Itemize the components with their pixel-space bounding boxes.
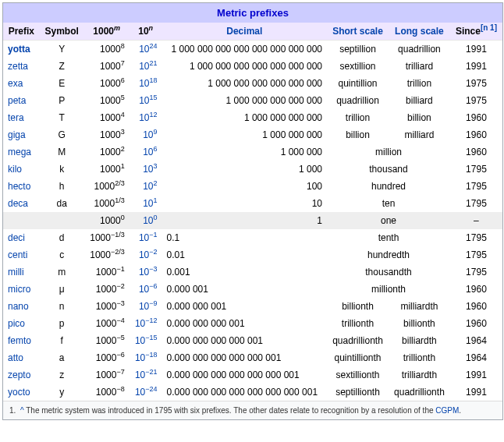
col-long-scale[interactable]: Long scale [389,23,450,41]
power-10-cell[interactable]: 10−24 [130,384,162,401]
prefix-link[interactable]: giga [8,129,26,140]
symbol-cell: E [40,75,84,92]
long-scale-cell: milliard [389,126,450,143]
decimal-cell: 1 000 000 000 000 [162,109,328,126]
power-10-cell[interactable]: 100 [130,212,162,229]
power-10-cell[interactable]: 103 [130,161,162,178]
power-10-cell[interactable]: 1015 [130,92,162,109]
long-scale-cell: billionth [389,315,450,332]
power-10-cell[interactable]: 1021 [130,58,162,75]
scale-merged-cell: tenth [327,229,450,246]
power-10-cell[interactable]: 10−21 [130,366,162,384]
power-10-cell[interactable]: 10−9 [130,298,162,315]
short-scale-cell: trillionth [327,315,389,332]
prefix-link[interactable]: yotta [8,44,30,55]
prefix-link[interactable]: deci [8,232,25,243]
prefix-link[interactable]: atto [8,352,23,363]
power-10-cell[interactable]: 10−3 [130,263,162,281]
prefix-link[interactable]: tera [8,112,24,123]
long-scale-cell: trilliardth [389,366,450,384]
prefix-link[interactable]: deca [8,198,28,209]
power-10-cell[interactable]: 10−12 [130,315,162,332]
long-scale-cell: quadrillionth [389,384,450,401]
decimal-cell: 0.000 000 000 000 001 [162,332,328,349]
since-cell: 1960 [450,281,502,298]
prefix-link[interactable]: pico [8,318,25,329]
symbol-cell: c [40,246,84,263]
col-symbol: Symbol [40,23,84,41]
table-row: petaP1000510151 000 000 000 000 000quadr… [3,92,502,109]
since-footnote-ref[interactable]: [n 1] [481,23,497,32]
power-10-cell[interactable]: 1018 [130,75,162,92]
power-10-cell[interactable]: 10−18 [130,349,162,366]
power-1000-cell: 10002 [84,143,130,161]
power-10-cell[interactable]: 10−6 [130,281,162,298]
table-row: gigaG100031091 000 000 000billionmilliar… [3,126,502,143]
scale-merged-cell: million [327,143,450,161]
power-1000-cell: 1000−4 [84,315,130,332]
scale-merged-cell: hundredth [327,246,450,263]
short-scale-cell: sextillionth [327,366,389,384]
col-10n: 10n [130,23,162,41]
table-row: hectoh10002/3102100hundred1795 [3,178,502,195]
symbol-cell: Z [40,58,84,75]
prefix-link[interactable]: zepto [8,370,30,380]
decimal-cell: 1 000 [162,161,328,178]
scale-merged-cell: thousand [327,161,450,178]
table-row: teraT1000410121 000 000 000 000trillionb… [3,109,502,126]
short-scale-cell: septillion [327,41,389,58]
prefix-link[interactable]: milli [8,267,24,278]
power-10-cell[interactable]: 102 [130,178,162,195]
power-10-cell[interactable]: 10−2 [130,246,162,263]
table-row: yoctoy1000−810−240.000 000 000 000 000 0… [3,384,502,401]
decimal-cell: 0.000 000 001 [162,298,328,315]
since-cell: 1975 [450,75,502,92]
prefix-link[interactable]: yocto [8,387,30,398]
prefix-link[interactable]: centi [8,249,27,260]
power-10-cell[interactable]: 10−15 [130,332,162,349]
prefix-link[interactable]: zetta [8,61,28,72]
symbol-cell: a [40,349,84,366]
power-1000-cell: 1000−1 [84,263,130,281]
short-scale-cell: billionth [327,298,389,315]
prefix-link[interactable]: hecto [8,181,30,192]
power-10-cell[interactable]: 1024 [130,41,162,58]
scale-merged-cell: one [327,212,450,229]
power-1000-cell: 10002/3 [84,178,130,195]
long-scale-cell: billiardth [389,332,450,349]
prefix-link[interactable]: peta [8,95,26,106]
symbol-cell: da [40,195,84,212]
decimal-cell: 1 000 000 000 000 000 000 000 [162,58,328,75]
prefix-link[interactable]: exa [8,78,23,89]
symbol-cell: μ [40,281,84,298]
table-row: microμ1000−210−60.000 001millionth1960 [3,281,502,298]
decimal-cell: 1 000 000 000 000 000 000 000 000 [162,41,328,58]
col-decimal[interactable]: Decimal [162,23,328,41]
table-row: exaE1000610181 000 000 000 000 000 000qu… [3,75,502,92]
power-10-cell[interactable]: 106 [130,143,162,161]
table-row: kilok100011031 000thousand1795 [3,161,502,178]
prefix-link[interactable]: kilo [8,164,22,175]
short-scale-cell: billion [327,126,389,143]
col-short-scale[interactable]: Short scale [327,23,389,41]
prefix-link[interactable]: nano [8,301,29,312]
decimal-cell: 0.1 [162,229,328,246]
power-1000-cell: 10003 [84,126,130,143]
prefix-link[interactable]: micro [8,284,30,295]
power-10-cell[interactable]: 10−1 [130,229,162,246]
short-scale-cell: quintillion [327,75,389,92]
table-row: millim1000−110−30.001thousandth1795 [3,263,502,281]
symbol-cell: p [40,315,84,332]
prefix-link[interactable]: mega [8,147,31,157]
decimal-cell: 0.000 000 000 000 000 001 [162,349,328,366]
symbol-cell: h [40,178,84,195]
power-10-cell[interactable]: 1012 [130,109,162,126]
long-scale-cell: trillionth [389,349,450,366]
prefix-link[interactable]: femto [8,335,31,346]
power-1000-cell: 1000−7 [84,366,130,384]
power-10-cell[interactable]: 109 [130,126,162,143]
footnote-cgpm-link[interactable]: CGPM [435,406,459,415]
power-1000-cell: 1000−3 [84,298,130,315]
long-scale-cell: billiard [389,92,450,109]
power-10-cell[interactable]: 101 [130,195,162,212]
